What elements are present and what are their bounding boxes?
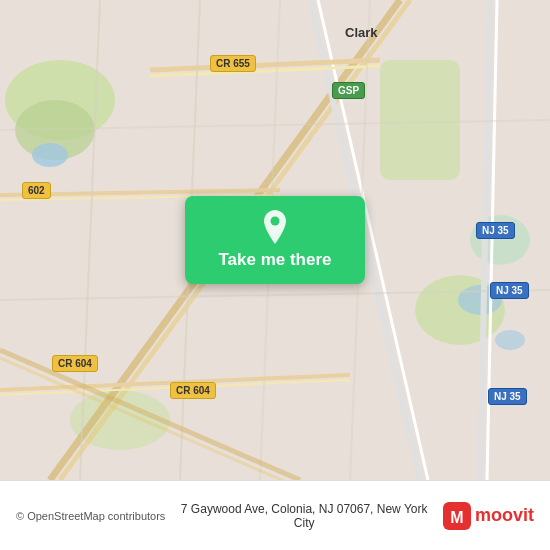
svg-text:M: M — [450, 509, 463, 526]
take-me-there-label: Take me there — [218, 250, 331, 270]
nj35a-label: NJ 35 — [476, 222, 515, 239]
svg-rect-3 — [380, 60, 460, 180]
nj35c-label: NJ 35 — [488, 388, 527, 405]
svg-point-9 — [495, 330, 525, 350]
moovit-logo: M moovit — [443, 502, 534, 530]
take-me-there-button[interactable]: Take me there — [185, 196, 365, 284]
moovit-icon: M — [443, 502, 471, 530]
gsp1-label: GSP — [332, 82, 365, 99]
cr655-label: CR 655 — [210, 55, 256, 72]
address-text: 7 Gaywood Ave, Colonia, NJ 07067, New Yo… — [173, 502, 435, 530]
cr604b-label: CR 604 — [170, 382, 216, 399]
cr604a-label: CR 604 — [52, 355, 98, 372]
svg-point-30 — [271, 217, 280, 226]
location-pin-icon — [262, 210, 288, 244]
clark-label: Clark — [345, 25, 378, 40]
svg-point-7 — [32, 143, 68, 167]
nj35b-label: NJ 35 — [490, 282, 529, 299]
bottom-bar: © OpenStreetMap contributors 7 Gaywood A… — [0, 480, 550, 550]
map-container: CR 655 GSP 602 GSP NJ 35 NJ 35 CR 604 CR… — [0, 0, 550, 480]
copyright-text: © OpenStreetMap contributors — [16, 510, 165, 522]
moovit-logo-text: moovit — [475, 505, 534, 526]
cr602-label: 602 — [22, 182, 51, 199]
